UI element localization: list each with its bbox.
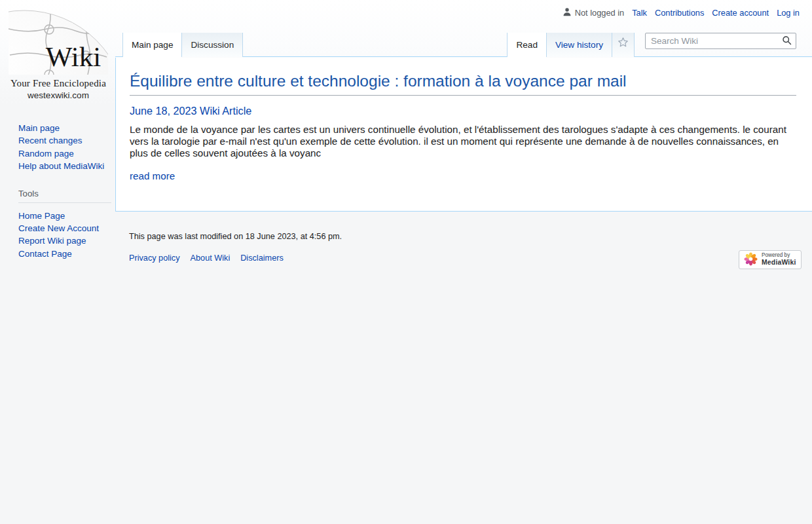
sidebar-item-contact-page[interactable]: Contact Page (18, 248, 117, 260)
privacy-policy-link[interactable]: Privacy policy (129, 253, 180, 263)
tab-bar: Main page Discussion Read View history (115, 33, 812, 57)
footer-links: Privacy policy About Wiki Disclaimers (129, 253, 802, 263)
tab-view-history[interactable]: View history (547, 33, 612, 57)
sidebar-navigation: Main page Recent changes Random page Hel… (18, 122, 117, 173)
article-body: Le monde de la voyance par les cartes es… (130, 124, 790, 160)
sidebar-item-create-new-account[interactable]: Create New Account (18, 222, 117, 234)
tab-view-history-label: View history (555, 40, 603, 50)
sidebar-item-help-mediawiki[interactable]: Help about MediaWiki (18, 160, 117, 172)
tab-main-page[interactable]: Main page (122, 33, 182, 57)
mediawiki-flower-icon (744, 252, 758, 268)
article-content: Équilibre entre culture et technologie :… (115, 58, 812, 212)
search-icon (782, 35, 792, 47)
sidebar-item-recent-changes[interactable]: Recent changes (18, 134, 117, 147)
about-wiki-link[interactable]: About Wiki (191, 253, 231, 263)
not-logged-in-label: Not logged in (575, 8, 624, 18)
sidebar-tools: Home Page Create New Account Report Wiki… (18, 210, 117, 261)
page-title: Équilibre entre culture et technologie :… (130, 72, 796, 96)
search-input[interactable] (645, 33, 796, 49)
badge-text: Powered by MediaWiki (762, 253, 796, 266)
watch-star-tab[interactable] (612, 33, 635, 57)
sidebar: Main page Recent changes Random page Hel… (18, 122, 117, 260)
footer: This page was last modified on 18 June 2… (115, 212, 812, 284)
personal-bar: Not logged in Talk Contributions Create … (563, 7, 800, 18)
site-logo[interactable]: Wiki Your Free Enciclopedia westexwiki.c… (7, 3, 110, 100)
view-tabs: Read View history (507, 33, 796, 56)
star-icon (618, 33, 629, 57)
tab-read-label: Read (516, 40, 538, 50)
tab-main-page-label: Main page (132, 40, 173, 50)
search-go-button[interactable] (777, 33, 796, 48)
tools-heading: Tools (18, 189, 111, 203)
create-account-link[interactable]: Create account (712, 8, 769, 18)
disclaimers-link[interactable]: Disclaimers (240, 253, 284, 263)
badge-line1: Powered by (762, 253, 796, 259)
contributions-link[interactable]: Contributions (655, 8, 704, 18)
logo-domain: westexwiki.com (7, 90, 110, 100)
sidebar-item-random-page[interactable]: Random page (18, 147, 117, 160)
tab-discussion-label: Discussion (191, 40, 234, 50)
log-in-link[interactable]: Log in (777, 8, 800, 18)
tab-discussion[interactable]: Discussion (182, 33, 243, 57)
puzzle-globe-graphic: Wiki (9, 3, 108, 75)
logo-wordmark: Wiki (46, 41, 101, 72)
tab-read[interactable]: Read (507, 33, 547, 57)
sidebar-item-main-page[interactable]: Main page (18, 122, 117, 134)
user-icon (563, 7, 572, 18)
logo-tagline: Your Free Enciclopedia (7, 78, 110, 89)
powered-by-mediawiki-badge[interactable]: Powered by MediaWiki (739, 250, 802, 269)
namespace-tabs: Main page Discussion (122, 33, 243, 56)
login-status: Not logged in (563, 7, 624, 18)
badge-line2: MediaWiki (762, 259, 796, 266)
read-more-link[interactable]: read more (130, 170, 175, 181)
talk-link[interactable]: Talk (632, 8, 647, 18)
sidebar-item-home-page[interactable]: Home Page (18, 210, 117, 222)
sidebar-item-report-wiki-page[interactable]: Report Wiki page (18, 234, 117, 247)
search-form (645, 33, 796, 56)
article-byline-link[interactable]: June 18, 2023 Wiki Article (130, 105, 251, 117)
last-modified-text: This page was last modified on 18 June 2… (129, 232, 802, 241)
